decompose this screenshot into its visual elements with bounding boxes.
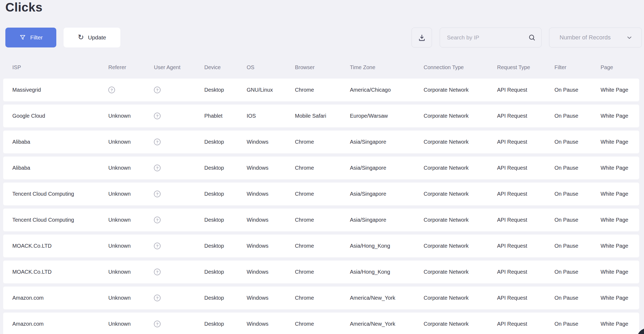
filter-button-label: Filter [30,34,43,41]
cell-os: Windows [247,139,295,145]
cell-request-type: API Request [497,113,554,119]
cell-device: Desktop [204,87,247,93]
cell-referer: Unknown [108,139,154,145]
cell-os: Windows [247,269,295,275]
cell-connection-type: Corporate Network [424,165,497,171]
table-row: Massivegrid??DesktopGNU/LinuxChromeAmeri… [3,79,639,101]
cell-device: Desktop [204,243,247,249]
cell-connection-type: Corporate Network [424,191,497,197]
records-dropdown[interactable]: Number of Records [549,28,642,47]
cell-referer: Unknown [108,295,154,301]
question-mark-icon[interactable]: ? [154,217,161,223]
search-input[interactable] [446,34,528,41]
cell-os: IOS [247,113,295,119]
cell-referer: Unknown [108,113,154,119]
toolbar: Filter ↻ Update Number of Records [5,28,642,47]
question-mark-icon[interactable]: ? [154,243,161,249]
cell-page: White Page [601,243,639,249]
question-mark-icon[interactable]: ? [154,191,161,197]
cell-user-agent: ? [154,87,204,93]
cell-connection-type: Corporate Network [424,269,497,275]
cell-referer: Unknown [108,321,154,327]
cell-user-agent: ? [154,217,204,223]
column-header-connection-type: Connection Type [424,64,497,70]
cell-os: Windows [247,321,295,327]
question-mark-icon[interactable]: ? [154,113,161,119]
question-mark-icon[interactable]: ? [108,87,115,93]
question-mark-icon[interactable]: ? [154,139,161,145]
clicks-table: ISP Referer User Agent Device OS Browser… [3,56,639,334]
cell-isp: Tencent Cloud Computing [12,191,108,197]
cell-connection-type: Corporate Network [424,113,497,119]
cell-browser: Mobile Safari [295,113,350,119]
cell-isp: Amazon.com [12,295,108,301]
cell-referer: Unknown [108,191,154,197]
cell-browser: Chrome [295,269,350,275]
question-mark-icon[interactable]: ? [154,269,161,275]
cell-user-agent: ? [154,295,204,301]
cell-connection-type: Corporate Network [424,321,497,327]
cell-connection-type: Corporate Network [424,217,497,223]
cell-isp: Tencent Cloud Computing [12,217,108,223]
cell-os: Windows [247,191,295,197]
cell-time-zone: Asia/Singapore [350,139,424,145]
cell-filter: On Pause [554,321,601,327]
table-row: Tencent Cloud ComputingUnknown?DesktopWi… [3,183,639,205]
table-row: MOACK.Co.LTDUnknown?DesktopWindowsChrome… [3,235,639,257]
column-header-isp: ISP [12,64,108,70]
cell-filter: On Pause [554,113,601,119]
column-header-request-type: Request Type [497,64,554,70]
filter-button[interactable]: Filter [5,28,56,47]
cell-time-zone: America/Chicago [350,87,424,93]
cell-page: White Page [601,113,639,119]
cell-referer: Unknown [108,217,154,223]
table-row: AlibabaUnknown?DesktopWindowsChromeAsia/… [3,157,639,179]
cell-device: Desktop [204,191,247,197]
column-header-filter: Filter [554,64,601,70]
cell-filter: On Pause [554,191,601,197]
cell-page: White Page [601,139,639,145]
cell-browser: Chrome [295,191,350,197]
cell-filter: On Pause [554,139,601,145]
cell-os: GNU/Linux [247,87,295,93]
download-button[interactable] [412,28,432,47]
cell-page: White Page [601,295,639,301]
cell-isp: Google Cloud [12,113,108,119]
update-button[interactable]: ↻ Update [64,28,120,47]
cell-time-zone: Asia/Singapore [350,165,424,171]
cell-connection-type: Corporate Network [424,139,497,145]
cell-filter: On Pause [554,165,601,171]
question-mark-icon[interactable]: ? [154,165,161,171]
cell-browser: Chrome [295,139,350,145]
cell-time-zone: Europe/Warsaw [350,113,424,119]
table-body: Massivegrid??DesktopGNU/LinuxChromeAmeri… [3,79,639,334]
question-mark-icon[interactable]: ? [154,321,161,327]
cell-page: White Page [601,87,639,93]
cell-browser: Chrome [295,321,350,327]
update-button-label: Update [88,34,106,41]
column-header-os: OS [247,64,295,70]
cell-request-type: API Request [497,139,554,145]
cell-user-agent: ? [154,243,204,249]
cell-user-agent: ? [154,165,204,171]
cell-device: Desktop [204,217,247,223]
column-header-device: Device [204,64,247,70]
records-dropdown-label: Number of Records [560,34,611,41]
cell-device: Phablet [204,113,247,119]
cell-user-agent: ? [154,321,204,327]
cell-time-zone: Asia/Hong_Kong [350,243,424,249]
cell-filter: On Pause [554,295,601,301]
magnifier-icon[interactable] [528,34,536,42]
cell-isp: Amazon.com [12,321,108,327]
question-mark-icon[interactable]: ? [154,87,161,93]
table-header-row: ISP Referer User Agent Device OS Browser… [3,56,639,79]
table-row: Amazon.comUnknown?DesktopWindowsChromeAm… [3,287,639,309]
column-header-referer: Referer [108,64,154,70]
cell-referer: ? [108,87,154,93]
cell-referer: Unknown [108,269,154,275]
question-mark-icon[interactable]: ? [154,295,161,301]
cell-filter: On Pause [554,87,601,93]
cell-request-type: API Request [497,217,554,223]
cell-browser: Chrome [295,295,350,301]
cell-referer: Unknown [108,243,154,249]
